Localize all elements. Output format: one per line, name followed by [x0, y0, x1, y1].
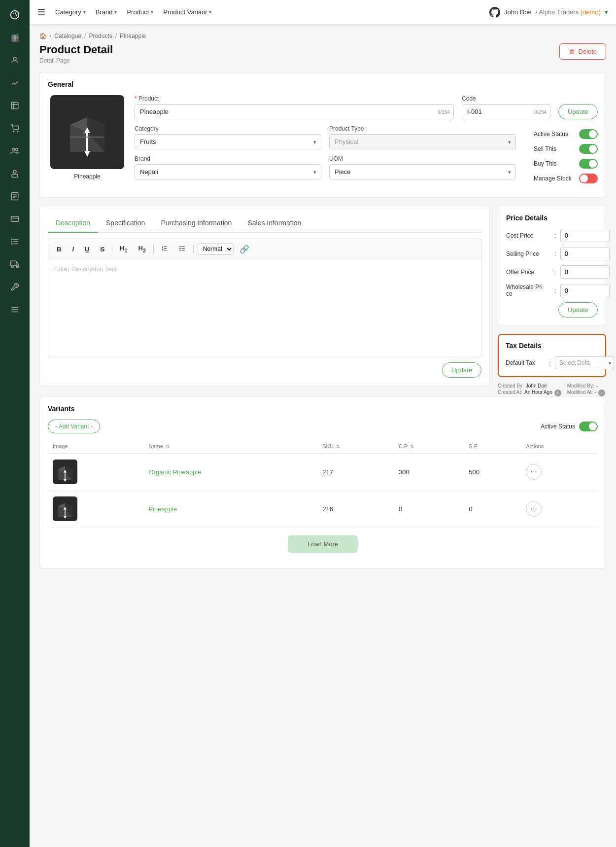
svg-marker-55 — [64, 479, 67, 482]
svg-point-24 — [11, 241, 12, 242]
inventory-icon[interactable] — [5, 96, 25, 115]
sell-this-toggle[interactable] — [579, 144, 598, 154]
price-update-button[interactable]: Update — [558, 302, 598, 318]
variant-actions-button-2[interactable]: ··· — [526, 501, 542, 517]
payments-icon[interactable] — [5, 209, 25, 229]
breadcrumb-current: Pineapple — [120, 33, 146, 39]
meta-info: Created By: John Doe Created At: An Hour… — [498, 383, 606, 396]
product-image-box[interactable] — [50, 95, 124, 169]
tab-specification[interactable]: Specification — [98, 214, 153, 233]
truck-icon[interactable] — [5, 254, 25, 274]
offer-price-input[interactable] — [560, 265, 610, 279]
load-more-button[interactable]: Load More — [288, 535, 358, 553]
h1-button[interactable]: H1 — [116, 243, 131, 255]
variants-card: Variants - Add Variant - Active Status I… — [39, 396, 606, 569]
page-title: Product Detail — [39, 43, 113, 56]
code-field-label: Code — [462, 95, 550, 102]
underline-button[interactable]: U — [81, 244, 93, 254]
description-update-button[interactable]: Update — [442, 362, 481, 378]
product-name-label: Pineapple — [74, 173, 100, 180]
team-icon[interactable] — [5, 141, 25, 161]
breadcrumb-products[interactable]: Products — [89, 33, 112, 39]
chevron-down-icon: ▾ — [114, 9, 117, 15]
col-sp[interactable]: S.P — [464, 439, 521, 454]
format-select[interactable]: Normal — [198, 243, 234, 255]
tools-icon[interactable] — [5, 277, 25, 297]
wholesale-price-input[interactable] — [560, 284, 610, 297]
category-nav[interactable]: Category ▾ — [55, 8, 86, 16]
brand-select[interactable]: Nepali — [135, 164, 321, 179]
tax-details-card: Tax Details Default Tax : Select Defa — [498, 334, 606, 377]
list-icon[interactable] — [5, 232, 25, 251]
uom-select[interactable]: Piece — [329, 164, 516, 179]
modified-at-info-icon[interactable]: i — [598, 389, 605, 396]
col-sku[interactable]: SKU ⇅ — [317, 439, 394, 454]
created-at-info-icon[interactable]: i — [554, 389, 561, 396]
chart-icon[interactable] — [5, 73, 25, 93]
general-card: General — [39, 72, 606, 198]
h2-button[interactable]: H2 — [135, 243, 149, 255]
variant-sku-2: 216 — [317, 491, 394, 528]
svg-point-0 — [11, 11, 19, 19]
delete-button[interactable]: 🗑 Delete — [559, 43, 606, 60]
page-subtitle: Detail Page — [39, 57, 113, 64]
default-tax-label: Default Tax — [506, 359, 545, 366]
breadcrumb-catalogue[interactable]: Catalogue — [54, 33, 81, 39]
product-variant-nav[interactable]: Product Variant ▾ — [163, 8, 211, 16]
product-nav[interactable]: Product ▾ — [127, 8, 153, 16]
user-menu[interactable]: John Doe / Alpha Traders (demo) ▾ — [489, 7, 608, 18]
tab-description[interactable]: Description — [48, 214, 98, 233]
product-type-select[interactable]: Physical — [329, 134, 516, 149]
person-icon[interactable] — [5, 164, 25, 183]
svg-point-27 — [11, 266, 13, 268]
variants-table: Image Name ⇅ SKU ⇅ C.P ⇅ S.P Actions — [48, 439, 598, 528]
selling-price-input[interactable] — [560, 247, 610, 260]
variants-active-toggle[interactable] — [579, 422, 598, 431]
default-tax-select[interactable]: Select Defa — [555, 356, 614, 369]
tab-purchasing[interactable]: Purchasing Information — [153, 214, 240, 233]
active-status-toggle[interactable] — [579, 129, 598, 139]
col-cp[interactable]: C.P ⇅ — [394, 439, 464, 454]
svg-point-2 — [15, 12, 16, 14]
brand-nav[interactable]: Brand ▾ — [96, 8, 117, 16]
menu-settings-icon[interactable] — [5, 300, 25, 319]
variant-name-1[interactable]: Organic Pineapple — [149, 468, 202, 476]
category-field-label: Category — [135, 125, 321, 132]
tax-details-title: Tax Details — [506, 342, 598, 350]
breadcrumb: 🏠 / Catalogue / Products / Pineapple — [39, 33, 606, 39]
manage-stock-toggle[interactable] — [579, 174, 598, 183]
orders-icon[interactable] — [5, 186, 25, 206]
variant-sku-1: 217 — [317, 454, 394, 491]
cost-price-input[interactable] — [560, 229, 610, 242]
buy-this-toggle[interactable] — [579, 159, 598, 169]
link-button[interactable]: 🔗 — [240, 245, 249, 254]
dashboard-icon[interactable]: ▦ — [5, 28, 25, 47]
svg-point-9 — [17, 131, 18, 132]
tab-sales[interactable]: Sales Information — [240, 214, 309, 233]
home-icon[interactable]: 🏠 — [39, 33, 47, 39]
ordered-list-button[interactable] — [158, 244, 171, 255]
offer-price-label: Offer Price — [506, 269, 550, 276]
github-icon — [489, 7, 500, 18]
unordered-list-button[interactable] — [175, 244, 189, 255]
add-variant-button[interactable]: - Add Variant - — [48, 420, 100, 433]
hamburger-menu-icon[interactable]: ☰ — [37, 7, 45, 18]
editor-content[interactable]: Enter Description Text — [48, 259, 481, 357]
manage-stock-toggle-row: Manage Stock — [534, 174, 598, 183]
palette-icon[interactable] — [5, 5, 25, 25]
content-tabs: Description Specification Purchasing Inf… — [48, 214, 481, 233]
category-select[interactable]: Fruits — [135, 134, 321, 149]
variant-actions-button-1[interactable]: ··· — [526, 464, 542, 480]
general-update-button[interactable]: Update — [558, 104, 598, 119]
variants-active-status: Active Status — [541, 422, 598, 431]
bold-button[interactable]: B — [53, 244, 65, 254]
svg-point-25 — [11, 244, 12, 245]
variant-name-2[interactable]: Pineapple — [149, 505, 177, 513]
product-name-input[interactable] — [135, 104, 454, 119]
italic-button[interactable]: I — [68, 244, 77, 254]
strikethrough-button[interactable]: S — [97, 244, 108, 254]
variant-sp-2: 0 — [464, 491, 521, 528]
cart-icon[interactable] — [5, 118, 25, 138]
users-icon[interactable] — [5, 50, 25, 70]
col-name[interactable]: Name ⇅ — [144, 439, 318, 454]
